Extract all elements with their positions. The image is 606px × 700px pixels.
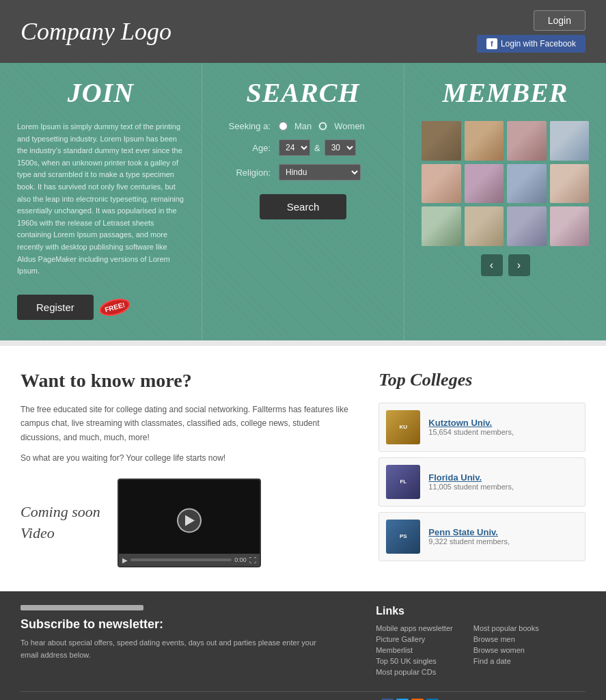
header-actions: Login f Login with Facebook [477, 10, 586, 53]
login-button[interactable]: Login [534, 10, 586, 31]
member-thumb-9[interactable] [422, 206, 461, 246]
footer-link-browse-women[interactable]: Browse women [473, 646, 539, 654]
college-members-1: 15,654 student members, [428, 428, 514, 436]
progress-bar[interactable] [130, 558, 232, 561]
section-divider [0, 340, 606, 346]
site-header: Company Logo Login f Login with Facebook [0, 0, 606, 63]
member-thumb-3[interactable] [507, 121, 547, 161]
newsletter-text: To hear about special offers, speed dati… [20, 637, 335, 661]
site-footer: Subscribe to newsletter: To hear about s… [0, 591, 606, 700]
member-thumb-4[interactable] [550, 121, 590, 161]
college-logo-1: KU [386, 410, 420, 444]
religion-row: Religion: Hindu Christian Muslim Sikh Bu… [219, 164, 387, 180]
member-thumb-12[interactable] [550, 206, 590, 246]
member-thumb-7[interactable] [507, 164, 547, 204]
want-to-know-title: Want to know more? [20, 370, 351, 392]
facebook-icon: f [486, 38, 497, 49]
footer-links-col-1: Mobile apps newsletter Picture Gallery M… [376, 624, 453, 679]
college-name-1[interactable]: Kutztown Univ. [428, 418, 514, 428]
fb-login-label: Login with Facebook [501, 39, 576, 49]
search-button[interactable]: Search [260, 194, 347, 219]
main-para-2: So what are you waiting for? Your colleg… [20, 451, 351, 465]
main-content: Want to know more? The free educated sit… [0, 346, 606, 592]
search-column: SEARCH Seeking a: Man Women Age: 2425262… [202, 63, 404, 340]
member-thumb-6[interactable] [465, 164, 504, 204]
main-para-1: The free educated site for college datin… [20, 403, 351, 444]
religion-label: Religion: [219, 167, 271, 178]
register-button[interactable]: Register [17, 295, 94, 320]
footer-link-find-date[interactable]: Find a date [473, 657, 539, 665]
age-row: Age: 24252627282930 & 282930313235 [219, 139, 387, 156]
member-prev-button[interactable]: ‹ [481, 254, 503, 276]
footer-top: Subscribe to newsletter: To hear about s… [20, 605, 586, 679]
footer-link-popular-books[interactable]: Most popular books [473, 624, 539, 632]
college-info-1: Kutztown Univ. 15,654 student members, [428, 418, 514, 436]
college-item-2[interactable]: FL Florida Univ. 11,005 student members, [378, 457, 586, 507]
gender-man-radio[interactable] [279, 122, 288, 131]
content-right: Top Colleges KU Kutztown Univ. 15,654 st… [378, 370, 586, 568]
play-icon [185, 515, 195, 526]
video-player[interactable]: ▶ 0:00 ⛶ [118, 479, 261, 567]
newsletter-bar-decoration [20, 605, 143, 610]
footer-links-section: Links Mobile apps newsletter Picture Gal… [376, 605, 586, 679]
free-badge: FREE! [98, 295, 132, 319]
member-next-button[interactable]: › [508, 254, 530, 276]
member-thumb-5[interactable] [422, 164, 461, 204]
member-thumb-10[interactable] [465, 206, 504, 246]
college-members-2: 11,005 student members, [428, 483, 514, 491]
member-column: MEMBER ‹ › [404, 63, 606, 340]
gender-women-radio[interactable] [318, 122, 327, 131]
college-info-3: Penn State Univ. 9,322 student members, [428, 527, 510, 546]
seeking-label: Seeking a: [219, 121, 271, 131]
footer-link-uk-singles[interactable]: Top 50 UK singles [376, 657, 453, 665]
footer-links-col-2: Most popular books Browse men Browse wom… [473, 624, 539, 679]
newsletter-title: Subscribe to newsletter: [20, 617, 335, 632]
join-title: JOIN [17, 77, 184, 109]
play-button[interactable] [177, 509, 202, 533]
college-members-3: 9,322 student members, [428, 537, 510, 546]
college-logo-2: FL [386, 465, 420, 499]
age-group: 24252627282930 & 282930313235 [279, 139, 356, 156]
member-thumb-8[interactable] [550, 164, 590, 204]
top-colleges-title: Top Colleges [378, 370, 586, 390]
company-logo: Company Logo [20, 17, 171, 46]
member-grid [422, 121, 589, 246]
footer-link-memberlist[interactable]: Memberlist [376, 646, 453, 654]
footer-bottom: Follow us f t r in ©2012 Company Name. A… [20, 691, 586, 700]
age-label: Age: [219, 143, 271, 153]
age-to-select[interactable]: 282930313235 [325, 139, 356, 156]
women-label: Women [334, 121, 365, 131]
join-body: Lorem Ipsum is simply dummy text of the … [17, 121, 184, 278]
footer-link-browse-men[interactable]: Browse men [473, 635, 539, 643]
coming-soon-area: Coming soonVideo ▶ 0:00 ⛶ [20, 479, 351, 567]
college-logo-3: PS [386, 520, 420, 554]
join-column: JOIN Lorem Ipsum is simply dummy text of… [0, 63, 202, 340]
search-title: SEARCH [219, 77, 387, 109]
fullscreen-icon[interactable]: ⛶ [249, 556, 256, 564]
age-connector: & [314, 143, 320, 153]
register-area: Register FREE! [17, 295, 184, 320]
college-name-2[interactable]: Florida Univ. [428, 472, 514, 483]
seeking-row: Seeking a: Man Women [219, 121, 387, 131]
footer-links-grid: Mobile apps newsletter Picture Gallery M… [376, 624, 586, 679]
member-navigation: ‹ › [422, 254, 589, 276]
time-display: 0:00 [234, 556, 247, 563]
college-name-3[interactable]: Penn State Univ. [428, 527, 510, 537]
college-item-1[interactable]: KU Kutztown Univ. 15,654 student members… [378, 403, 586, 452]
gender-radio-group: Man Women [279, 121, 365, 131]
footer-link-gallery[interactable]: Picture Gallery [376, 635, 453, 643]
coming-soon-text: Coming soonVideo [20, 502, 100, 544]
college-info-2: Florida Univ. 11,005 student members, [428, 472, 514, 491]
member-thumb-11[interactable] [507, 206, 547, 246]
footer-link-mobile[interactable]: Mobile apps newsletter [376, 624, 453, 632]
member-thumb-2[interactable] [465, 121, 504, 161]
footer-link-popular-cds[interactable]: Most popular CDs [376, 668, 453, 676]
age-from-select[interactable]: 24252627282930 [279, 139, 310, 156]
religion-select[interactable]: Hindu Christian Muslim Sikh Buddhist Oth… [279, 164, 361, 180]
facebook-login-button[interactable]: f Login with Facebook [477, 35, 586, 53]
member-thumb-1[interactable] [422, 121, 461, 161]
college-item-3[interactable]: PS Penn State Univ. 9,322 student member… [378, 512, 586, 561]
man-label: Man [294, 121, 312, 131]
video-controls: ▶ 0:00 ⛶ [119, 554, 260, 566]
volume-icon[interactable]: ▶ [122, 556, 128, 564]
